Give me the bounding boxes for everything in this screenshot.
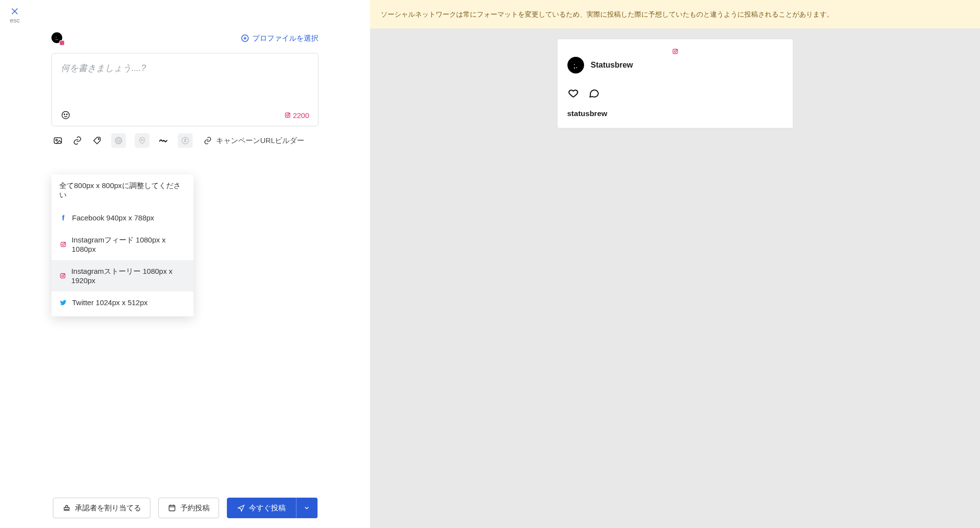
svg-rect-24 xyxy=(64,507,69,509)
link-icon xyxy=(203,136,212,145)
campaign-url-builder[interactable]: キャンペーンURLビルダー xyxy=(203,136,304,145)
size-option[interactable]: fFacebook 940px x 788px xyxy=(51,207,194,229)
post-now-label: 今すぐ投稿 xyxy=(249,504,286,513)
image-size-dropdown[interactable]: 全て800px x 800pxに調整してくださいfFacebook 940px … xyxy=(51,174,194,316)
svg-rect-26 xyxy=(169,505,175,511)
size-option-label: 全て800px x 800pxに調整してください xyxy=(59,181,186,200)
svg-point-13 xyxy=(98,139,99,140)
svg-point-7 xyxy=(67,114,68,115)
mention-icon xyxy=(114,136,123,145)
instagram-icon xyxy=(284,112,291,119)
post-options-caret[interactable] xyxy=(296,498,318,518)
char-counter: 2200 xyxy=(284,111,309,120)
close-button[interactable]: esc xyxy=(10,7,20,24)
emoji-button[interactable] xyxy=(61,110,71,120)
link-button[interactable] xyxy=(72,135,83,146)
chevron-down-icon xyxy=(303,504,310,511)
size-option[interactable]: Instagramフィード 1080px x 1080px xyxy=(51,229,194,260)
svg-point-32 xyxy=(676,50,677,50)
svg-point-31 xyxy=(674,50,676,52)
svg-point-5 xyxy=(62,112,70,119)
svg-point-23 xyxy=(64,274,65,275)
close-label: esc xyxy=(10,17,20,24)
emoji-icon xyxy=(61,110,71,120)
comment-button[interactable] xyxy=(588,87,600,100)
char-count-value: 2200 xyxy=(293,111,309,120)
post-now-button[interactable]: 今すぐ投稿 xyxy=(227,498,296,518)
composer-panel: esc ;. プロファイルを選択 何を書きましょう....? xyxy=(0,0,370,528)
handshake-icon xyxy=(158,135,169,146)
preview-display-name: Statusbrew xyxy=(591,61,633,70)
image-icon xyxy=(53,136,63,145)
compose-toolbar: キャンペーンURLビルダー xyxy=(51,133,318,148)
svg-point-10 xyxy=(289,114,289,114)
svg-point-22 xyxy=(62,275,64,277)
assign-approver-button[interactable]: 承認者を割り当てる xyxy=(53,498,150,518)
size-option[interactable]: inPost 1200 x 628px xyxy=(51,313,194,316)
svg-point-9 xyxy=(287,114,289,116)
schedule-label: 予約投稿 xyxy=(180,504,210,513)
tag-icon xyxy=(92,136,102,145)
calendar-icon xyxy=(168,504,176,512)
size-option-label: Instagramフィード 1080px x 1080px xyxy=(72,236,186,253)
size-option[interactable]: Twitter 1024px x 512px xyxy=(51,291,194,313)
dollar-icon xyxy=(181,136,190,145)
assign-approver-label: 承認者を割り当てる xyxy=(75,504,141,513)
instagram-preview-card: ;. Statusbrew statusbrew xyxy=(558,39,793,128)
select-profile-label: プロファイルを選択 xyxy=(252,34,318,43)
size-option-label: Instagramストーリー 1080px x 1920px xyxy=(71,267,186,285)
monetize-button xyxy=(178,133,193,148)
tag-button[interactable] xyxy=(92,135,102,146)
instagram-icon xyxy=(672,48,679,56)
svg-point-20 xyxy=(64,243,65,243)
image-button[interactable] xyxy=(52,135,63,146)
compose-placeholder: 何を書きましょう....? xyxy=(61,62,309,86)
schedule-button[interactable]: 予約投稿 xyxy=(158,498,219,518)
send-icon xyxy=(237,504,245,512)
plus-circle-icon xyxy=(241,34,249,43)
select-profile-button[interactable]: プロファイルを選択 xyxy=(241,34,318,43)
size-option[interactable]: Instagramストーリー 1080px x 1920px xyxy=(51,260,194,291)
size-option-label: Facebook 940px x 788px xyxy=(72,214,154,222)
collab-button[interactable] xyxy=(158,135,169,146)
profile-avatar[interactable]: ;. xyxy=(51,32,63,44)
close-icon xyxy=(10,7,19,16)
preview-panel: ソーシャルネットワークは常にフォーマットを変更しているため、実際に投稿した際に予… xyxy=(370,0,980,528)
heart-icon xyxy=(567,87,579,99)
svg-point-16 xyxy=(141,139,143,141)
svg-point-6 xyxy=(64,114,65,115)
size-option[interactable]: 全て800px x 800pxに調整してください xyxy=(51,174,194,207)
preview-username: statusbrew xyxy=(567,109,783,118)
footer-actions: 承認者を割り当てる 予約投稿 今すぐ投稿 xyxy=(0,498,370,518)
compose-textarea[interactable]: 何を書きましょう....? 2200 xyxy=(51,53,318,126)
stamp-icon xyxy=(62,504,71,512)
svg-point-19 xyxy=(62,243,64,245)
campaign-url-label: キャンペーンURLビルダー xyxy=(216,136,304,145)
link-icon xyxy=(73,136,82,145)
location-icon xyxy=(138,136,147,145)
svg-point-15 xyxy=(118,140,120,142)
location-button xyxy=(135,133,149,148)
svg-point-12 xyxy=(56,140,57,141)
preview-avatar: ;. xyxy=(567,57,584,73)
instagram-badge-icon xyxy=(59,40,65,46)
mention-button xyxy=(111,133,126,148)
comment-icon xyxy=(588,87,600,99)
like-button[interactable] xyxy=(567,87,579,100)
format-warning: ソーシャルネットワークは常にフォーマットを変更しているため、実際に投稿した際に予… xyxy=(370,0,980,28)
size-option-label: Twitter 1024px x 512px xyxy=(72,298,147,307)
